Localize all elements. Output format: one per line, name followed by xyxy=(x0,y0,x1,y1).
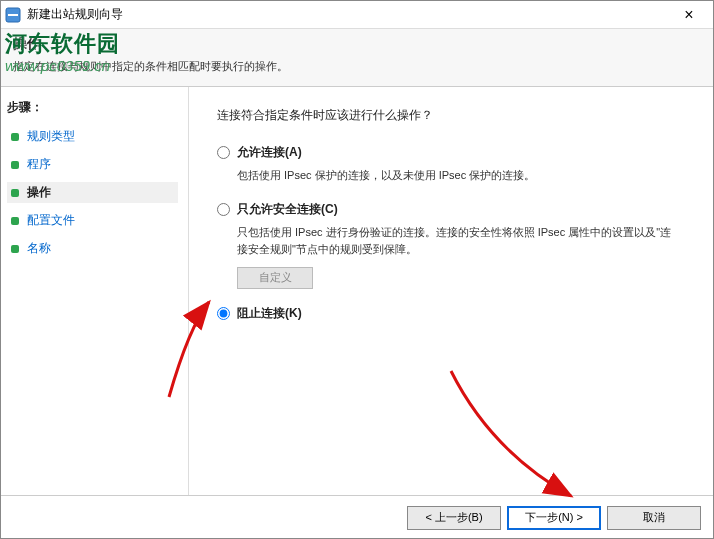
wizard-icon xyxy=(5,7,21,23)
option-allow-row[interactable]: 允许连接(A) xyxy=(217,144,685,161)
radio-block[interactable] xyxy=(217,307,230,320)
option-allow-desc: 包括使用 IPsec 保护的连接，以及未使用 IPsec 保护的连接。 xyxy=(237,167,677,185)
option-allow: 允许连接(A) 包括使用 IPsec 保护的连接，以及未使用 IPsec 保护的… xyxy=(217,144,685,185)
steps-label: 步骤： xyxy=(7,99,178,116)
radio-allow[interactable] xyxy=(217,146,230,159)
page-desc: 指定在连接与规则中指定的条件相匹配时要执行的操作。 xyxy=(13,59,701,74)
option-block-row[interactable]: 阻止连接(K) xyxy=(217,305,685,322)
page-title: 操作 xyxy=(13,35,701,53)
sidebar-item-action[interactable]: 操作 xyxy=(7,182,178,203)
next-button[interactable]: 下一步(N) > xyxy=(507,506,601,530)
option-secure: 只允许安全连接(C) 只包括使用 IPsec 进行身份验证的连接。连接的安全性将… xyxy=(217,201,685,289)
close-icon[interactable]: × xyxy=(669,6,709,24)
sidebar-item-label: 规则类型 xyxy=(27,128,75,145)
radio-secure[interactable] xyxy=(217,203,230,216)
option-allow-label: 允许连接(A) xyxy=(237,144,302,161)
sidebar-item-label: 配置文件 xyxy=(27,212,75,229)
option-block-label: 阻止连接(K) xyxy=(237,305,302,322)
footer: < 上一步(B) 下一步(N) > 取消 xyxy=(1,495,713,539)
option-secure-row[interactable]: 只允许安全连接(C) xyxy=(217,201,685,218)
sidebar: 步骤： 规则类型 程序 操作 配置文件 名称 xyxy=(1,87,189,495)
option-secure-desc: 只包括使用 IPsec 进行身份验证的连接。连接的安全性将依照 IPsec 属性… xyxy=(237,224,677,259)
sidebar-item-program[interactable]: 程序 xyxy=(7,154,178,175)
customize-button: 自定义 xyxy=(237,267,313,289)
sidebar-item-label: 程序 xyxy=(27,156,51,173)
sidebar-item-name[interactable]: 名称 xyxy=(7,238,178,259)
option-secure-label: 只允许安全连接(C) xyxy=(237,201,338,218)
sidebar-item-profile[interactable]: 配置文件 xyxy=(7,210,178,231)
bullet-icon xyxy=(11,245,19,253)
sidebar-item-label: 名称 xyxy=(27,240,51,257)
sidebar-item-label: 操作 xyxy=(27,184,51,201)
main-panel: 连接符合指定条件时应该进行什么操作？ 允许连接(A) 包括使用 IPsec 保护… xyxy=(189,87,713,495)
header: 操作 指定在连接与规则中指定的条件相匹配时要执行的操作。 xyxy=(1,29,713,87)
body: 步骤： 规则类型 程序 操作 配置文件 名称 连接符合指定条件时应该进行什么操作… xyxy=(1,87,713,495)
bullet-icon xyxy=(11,161,19,169)
cancel-button[interactable]: 取消 xyxy=(607,506,701,530)
sidebar-item-rule-type[interactable]: 规则类型 xyxy=(7,126,178,147)
back-button[interactable]: < 上一步(B) xyxy=(407,506,501,530)
bullet-icon xyxy=(11,217,19,225)
titlebar: 新建出站规则向导 × xyxy=(1,1,713,29)
svg-rect-1 xyxy=(8,14,18,16)
window-title: 新建出站规则向导 xyxy=(27,6,669,23)
option-block: 阻止连接(K) xyxy=(217,305,685,322)
bullet-icon xyxy=(11,133,19,141)
action-question: 连接符合指定条件时应该进行什么操作？ xyxy=(217,107,685,124)
bullet-icon xyxy=(11,189,19,197)
